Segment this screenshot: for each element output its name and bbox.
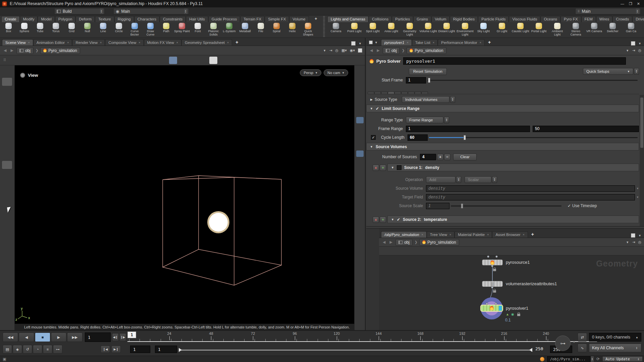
close-button[interactable]: ✕ bbox=[637, 2, 640, 6]
playback-range-slider[interactable] bbox=[179, 350, 532, 351]
shelf-tab[interactable]: Vellum bbox=[431, 16, 450, 22]
close-tab-icon[interactable]: × bbox=[487, 233, 489, 236]
network-menu-item[interactable] bbox=[407, 250, 413, 252]
shelf-tool[interactable]: Box bbox=[1, 23, 16, 36]
window-icon[interactable] bbox=[511, 248, 517, 253]
jump-end-button[interactable]: ▶▶ bbox=[67, 333, 83, 342]
cycle-length-checkbox[interactable]: ✓ bbox=[371, 135, 376, 140]
photo-strip-icon[interactable] bbox=[356, 184, 364, 190]
start-frame-slider[interactable] bbox=[427, 80, 638, 81]
pin-icon[interactable]: ⇥ bbox=[632, 48, 635, 53]
network-menu-item[interactable] bbox=[394, 250, 400, 252]
pane-tab[interactable]: Performance Monitor× bbox=[438, 39, 485, 46]
draw-tool-icon[interactable] bbox=[2, 67, 12, 75]
pen-strip-icon[interactable] bbox=[356, 176, 364, 182]
message-log-icon[interactable]: ▣ bbox=[3, 357, 6, 361]
shelf-tool[interactable]: VR Camera bbox=[585, 23, 603, 36]
play-button[interactable]: ▶ bbox=[51, 333, 66, 342]
range-start-button[interactable]: ❙◀ bbox=[101, 346, 110, 353]
corner-spinner[interactable]: ▲▼ bbox=[636, 8, 639, 14]
field-menu-icon[interactable]: ▼ bbox=[636, 196, 639, 199]
insert-source1-button[interactable]: + bbox=[380, 165, 386, 171]
shelf-tab[interactable]: Wires bbox=[596, 16, 612, 22]
param-tab[interactable] bbox=[381, 92, 388, 94]
param-tab[interactable] bbox=[421, 92, 428, 94]
node-name-field[interactable]: pyrosolver1 bbox=[403, 57, 626, 65]
prev-key-button[interactable]: ◀❙ bbox=[112, 333, 119, 341]
box-icon[interactable] bbox=[535, 248, 541, 253]
frame-range-start-field[interactable]: 1 bbox=[406, 126, 530, 132]
output-connector[interactable] bbox=[491, 286, 493, 289]
shelf-tool[interactable]: Area Light bbox=[382, 23, 400, 36]
source2-enable-check-icon[interactable]: ✓ bbox=[397, 217, 400, 222]
render-region-icon[interactable] bbox=[189, 57, 197, 64]
playbar-options-icon[interactable]: ▤ bbox=[3, 345, 12, 354]
pane-tab-menu-icon[interactable]: ▼ bbox=[375, 41, 378, 44]
grid-snap-icon[interactable] bbox=[495, 248, 500, 253]
shelf-tab[interactable]: Grains bbox=[413, 16, 431, 22]
follow-icon[interactable]: ◎ bbox=[335, 48, 338, 53]
pane-tab[interactable]: Render View× bbox=[72, 39, 105, 46]
pane-tab[interactable]: pyrosolver1× bbox=[381, 39, 412, 46]
param-tab[interactable] bbox=[408, 92, 415, 94]
stop-button[interactable]: ■ bbox=[35, 333, 50, 342]
shelf-tab[interactable]: Guide Process bbox=[208, 16, 240, 22]
close-tab-icon[interactable]: × bbox=[176, 41, 178, 44]
cycle-length-slider[interactable] bbox=[429, 137, 638, 138]
follow-icon[interactable]: ◎ bbox=[638, 48, 641, 53]
enable-check-icon[interactable]: ✓ bbox=[376, 106, 379, 111]
minimize-button[interactable]: — bbox=[621, 2, 624, 6]
shelf-tab[interactable]: Simple FX bbox=[265, 16, 289, 22]
audio-icon[interactable]: ◈ bbox=[13, 345, 22, 354]
pane-tab[interactable]: /obj/Pyro_simulation× bbox=[381, 231, 427, 238]
lock-strip-icon[interactable] bbox=[356, 92, 364, 98]
view-tool-icon[interactable] bbox=[139, 57, 147, 64]
insert-source2-button[interactable]: + bbox=[380, 217, 386, 223]
close-tab-icon[interactable]: × bbox=[139, 41, 140, 44]
help-icon[interactable] bbox=[354, 57, 362, 64]
network-menu-item[interactable] bbox=[419, 250, 425, 252]
close-tab-icon[interactable]: × bbox=[407, 41, 408, 44]
shelf-tab[interactable]: Deform bbox=[75, 16, 95, 22]
shelf-tool[interactable]: Portal Light bbox=[530, 23, 548, 36]
key-all-channels-dropdown[interactable]: Key All Channels ▲▼ bbox=[589, 344, 641, 352]
network-menu-item[interactable] bbox=[425, 250, 431, 252]
pane-tab[interactable]: Scene View× bbox=[2, 39, 33, 46]
key-menu-icon[interactable]: ▼ bbox=[573, 340, 576, 344]
delete-source2-button[interactable]: x bbox=[373, 217, 379, 223]
shelf-tab[interactable]: Model bbox=[38, 16, 55, 22]
shelf-tool[interactable]: Grid bbox=[64, 23, 79, 36]
range-end-button[interactable]: ▶❙ bbox=[111, 346, 121, 353]
pane-maximize-icon[interactable] bbox=[351, 41, 356, 46]
shelf-tool[interactable]: Draw Curve bbox=[143, 23, 158, 36]
info-strip-icon[interactable] bbox=[356, 218, 364, 224]
node-label[interactable]: pyrosource1 bbox=[506, 260, 530, 265]
shelf-tab[interactable]: Lights and Cameras bbox=[327, 16, 369, 22]
dot-strip-icon[interactable] bbox=[356, 159, 364, 165]
shelf-tool[interactable]: Line bbox=[95, 23, 111, 36]
shelf-tool[interactable]: File bbox=[253, 23, 269, 36]
shelf-tab[interactable]: Rigid Bodies bbox=[450, 16, 478, 22]
shelf-tool[interactable]: Spray Paint bbox=[174, 23, 190, 36]
pane-tab[interactable]: Material Palette× bbox=[454, 231, 492, 238]
collapse-icon[interactable]: ▼ bbox=[391, 218, 394, 221]
close-tab-icon[interactable]: × bbox=[28, 41, 30, 44]
close-tab-icon[interactable]: × bbox=[480, 41, 481, 44]
param-tab[interactable] bbox=[394, 92, 401, 94]
forward-icon[interactable]: ▶ bbox=[376, 48, 380, 53]
shelf-tab[interactable]: Texture bbox=[95, 16, 114, 22]
toolbar-grip-icon[interactable]: ⠿ bbox=[3, 58, 6, 62]
sphere-tool-icon[interactable] bbox=[2, 130, 12, 138]
shelf-tool[interactable]: Geometry Light bbox=[400, 23, 419, 36]
tick-settings-icon[interactable]: ≡ bbox=[43, 345, 52, 354]
collapse-icon[interactable]: ▼ bbox=[391, 166, 394, 169]
menu-item[interactable] bbox=[15, 10, 21, 12]
shelf-tab[interactable]: Hair Utils bbox=[186, 16, 208, 22]
path-root-chip[interactable]: obj bbox=[16, 47, 34, 54]
shelf-tool[interactable]: Camera bbox=[327, 23, 345, 36]
follow-icon[interactable]: ◎ bbox=[638, 240, 641, 244]
shelf-tool[interactable]: Torus bbox=[48, 23, 64, 36]
path-root-chip[interactable]: obj bbox=[383, 47, 400, 54]
operation-spinner[interactable]: ▲▼ bbox=[456, 176, 461, 183]
visibility-icon[interactable] bbox=[551, 248, 557, 253]
